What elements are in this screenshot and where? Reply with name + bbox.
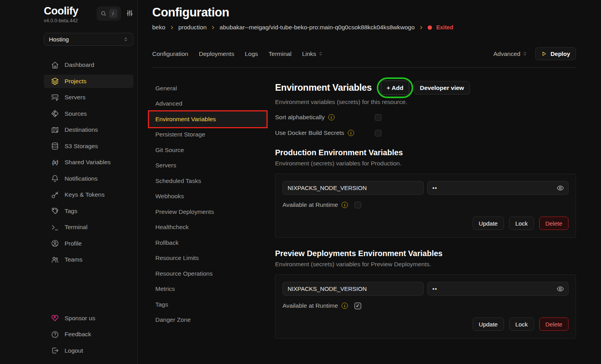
team-selector[interactable]: Hosting (44, 33, 133, 46)
subnav-item-resource-limits[interactable]: Resource Limits (149, 251, 266, 266)
env-section-title: Production Environment Variables (275, 148, 576, 157)
sidebar-item-projects[interactable]: Projects (44, 75, 133, 88)
deploy-button[interactable]: Deploy (535, 47, 576, 60)
info-icon (328, 114, 335, 120)
tab-links[interactable]: Links (302, 50, 323, 57)
sidebar-item-destinations[interactable]: Destinations (44, 123, 133, 136)
subnav-item-servers[interactable]: Servers (149, 158, 266, 174)
app-logo: Coolify (44, 5, 78, 17)
lock-button[interactable]: Lock (509, 217, 534, 230)
tab-label: Terminal (268, 50, 292, 57)
git-source-icon (51, 109, 59, 118)
sidebar-item-shared-variables[interactable]: (x) Shared Variables (44, 156, 133, 169)
sidebar-item-label: Dashboard (65, 61, 94, 68)
info-icon (348, 130, 354, 136)
play-icon (541, 51, 547, 57)
subnav-item-webhooks[interactable]: Webhooks (149, 189, 266, 204)
subnav-item-advanced[interactable]: Advanced (149, 96, 266, 112)
team-selector-value: Hosting (49, 36, 69, 43)
subnav-item-label: Advanced (155, 100, 182, 107)
sidebar-item-tags[interactable]: Tags (44, 204, 133, 218)
lock-button[interactable]: Lock (509, 317, 534, 331)
sidebar-item-terminal[interactable]: Terminal (44, 221, 133, 234)
delete-button[interactable]: Delete (539, 217, 569, 230)
sidebar-item-logout[interactable]: Logout (44, 344, 133, 357)
tab-deployments[interactable]: Deployments (199, 50, 234, 57)
env-value-input[interactable] (427, 282, 569, 296)
shared-variables-icon: (x) (51, 158, 59, 167)
env-key-input[interactable] (283, 181, 424, 195)
advanced-menu[interactable]: Advanced (493, 50, 527, 57)
chevron-right-icon (419, 25, 423, 30)
subnav-item-resource-operations[interactable]: Resource Operations (149, 266, 266, 282)
sliders-icon (126, 9, 133, 17)
tab-label: Configuration (152, 50, 188, 57)
available-at-runtime-checkbox[interactable] (354, 303, 361, 309)
subnav-item-label: General (155, 85, 177, 92)
sidebar-item-label: Destinations (65, 126, 98, 133)
subnav-item-general[interactable]: General (149, 81, 266, 96)
subnav-item-healthcheck[interactable]: Healthcheck (149, 220, 266, 235)
breadcrumb-item[interactable]: abubakar--meigag/vid-tube-beko-pro:main-… (220, 24, 415, 31)
env-key-input[interactable] (283, 282, 424, 296)
search-shortcut-key: / (109, 9, 117, 18)
env-section-production: Production Environment Variables Environ… (275, 148, 576, 238)
layers-icon (51, 77, 59, 85)
subnav-item-rollback[interactable]: Rollback (149, 235, 266, 251)
search-button[interactable]: / (97, 6, 121, 21)
sidebar-item-label: Keys & Tokens (65, 191, 104, 198)
subnav-item-label: Webhooks (155, 193, 184, 200)
developer-view-button[interactable]: Developer view (414, 81, 470, 95)
env-value-input[interactable] (427, 181, 569, 195)
subnav-item-preview-deployments[interactable]: Preview Deployments (149, 204, 266, 220)
breadcrumb-item[interactable]: production (178, 24, 207, 31)
subnav-item-tags[interactable]: Tags (149, 297, 266, 312)
subnav-item-git-source[interactable]: Git Source (149, 142, 266, 158)
sidebar: Coolify v4.0.0-beta.442 / Hosting Dashbo… (0, 0, 138, 364)
delete-button[interactable]: Delete (539, 317, 569, 331)
tab-configuration[interactable]: Configuration (152, 50, 188, 57)
sidebar-item-keys-tokens[interactable]: Keys & Tokens (44, 188, 133, 201)
subnav-item-danger-zone[interactable]: Danger Zone (149, 312, 266, 328)
info-icon (342, 202, 348, 208)
settings-subnav: General Advanced Environment Variables P… (152, 81, 266, 339)
sidebar-item-sources[interactable]: Sources (44, 107, 133, 120)
sidebar-item-label: Profile (65, 240, 82, 247)
content-panel: Environment Variables + Add Developer vi… (266, 81, 576, 339)
subnav-item-metrics[interactable]: Metrics (149, 282, 266, 297)
eye-icon[interactable] (556, 184, 564, 192)
eye-icon[interactable] (556, 285, 564, 293)
sidebar-item-feedback[interactable]: Feedback (44, 328, 133, 341)
settings-sliders-button[interactable] (126, 9, 133, 17)
runtime-label: Available at Runtime (283, 201, 338, 208)
sidebar-item-sponsor-us[interactable]: Sponsor us (44, 312, 133, 325)
subnav-item-scheduled-tasks[interactable]: Scheduled Tasks (149, 173, 266, 189)
tab-terminal[interactable]: Terminal (268, 50, 292, 57)
subnav-item-label: Metrics (155, 285, 175, 292)
sidebar-footer: Sponsor us Feedback Logout (44, 312, 133, 364)
subnav-item-persistent-storage[interactable]: Persistent Storage (149, 127, 266, 143)
sidebar-item-dashboard[interactable]: Dashboard (44, 58, 133, 72)
chevron-up-down-icon (318, 51, 323, 56)
add-button[interactable]: + Add (381, 81, 409, 95)
sidebar-item-teams[interactable]: Teams (44, 253, 133, 266)
subnav-item-label: Tags (155, 301, 168, 308)
terminal-icon (51, 223, 59, 231)
sort-alphabetically-checkbox[interactable] (375, 114, 381, 121)
sidebar-item-servers[interactable]: Servers (44, 91, 133, 104)
env-section-preview: Preview Deployments Environment Variable… (275, 249, 576, 339)
docker-build-secrets-checkbox[interactable] (375, 130, 381, 136)
available-at-runtime-checkbox[interactable] (354, 202, 361, 208)
update-button[interactable]: Update (473, 317, 504, 331)
subnav-item-environment-variables[interactable]: Environment Variables (149, 111, 266, 127)
logout-icon (51, 346, 59, 355)
sidebar-item-profile[interactable]: Profile (44, 237, 133, 250)
tab-logs[interactable]: Logs (245, 50, 258, 57)
tabs-row: Configuration Deployments Logs Terminal (152, 47, 576, 60)
breadcrumb-item[interactable]: beko (152, 24, 166, 31)
update-button[interactable]: Update (473, 217, 504, 230)
sidebar-item-s3-storages[interactable]: S3 Storages (44, 140, 133, 153)
sidebar-item-notifications[interactable]: Notifications (44, 172, 133, 185)
sidebar-item-label: Tags (65, 208, 77, 215)
sidebar-header: Coolify v4.0.0-beta.442 / (44, 0, 133, 23)
